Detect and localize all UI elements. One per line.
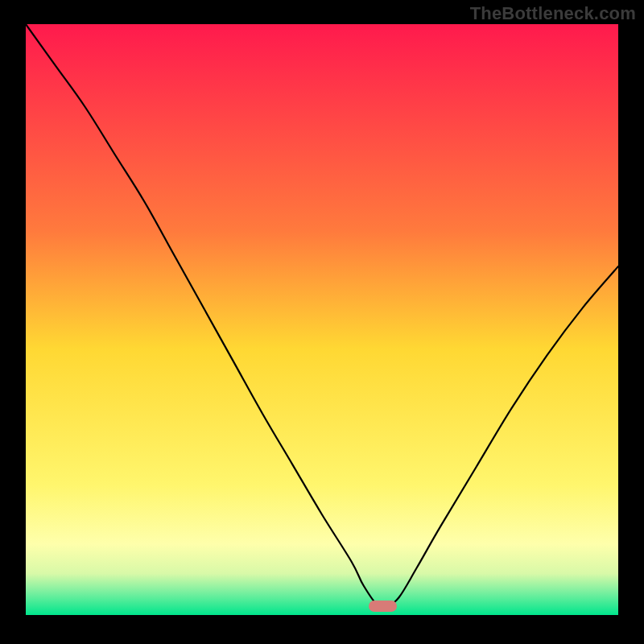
watermark-text: TheBottleneck.com: [470, 3, 636, 24]
chart-frame: TheBottleneck.com: [0, 0, 644, 644]
bottleneck-curve: [26, 24, 618, 615]
plot-area: [26, 24, 618, 615]
bottleneck-curve-path: [26, 24, 618, 609]
minimum-marker: [369, 601, 397, 612]
